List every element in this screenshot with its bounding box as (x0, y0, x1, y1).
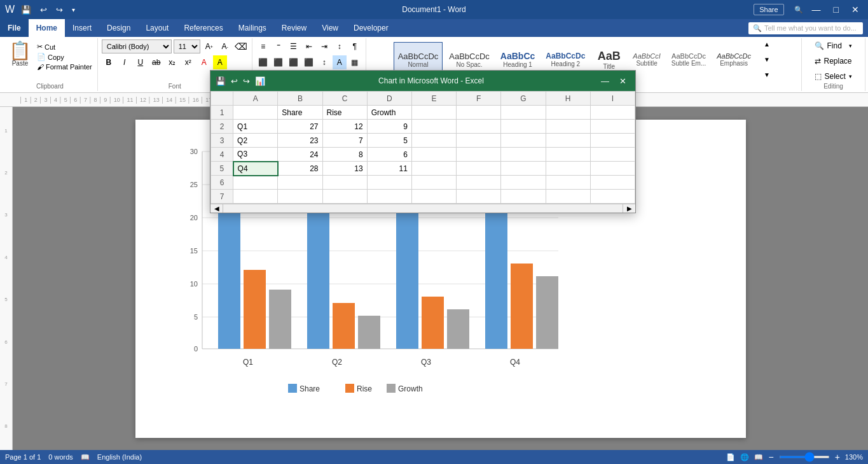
cell-g6[interactable] (501, 176, 546, 190)
tab-developer[interactable]: Developer (346, 19, 396, 37)
cell-d3[interactable]: 5 (367, 134, 411, 148)
cell-b1[interactable]: Share (278, 107, 322, 120)
cell-h3[interactable] (546, 134, 590, 148)
cell-a3[interactable]: Q2 (233, 134, 278, 148)
font-name-select[interactable]: Calibri (Body) (102, 39, 172, 53)
borders-btn[interactable]: ▦ (348, 55, 362, 69)
cell-c4[interactable]: 8 (322, 148, 367, 162)
show-marks-btn[interactable]: ¶ (348, 39, 362, 53)
cell-g7[interactable] (501, 190, 546, 204)
shading-btn[interactable]: A (333, 55, 347, 69)
strikethrough-btn[interactable]: ab (149, 55, 163, 69)
cell-h6[interactable] (546, 176, 590, 190)
document-scroll[interactable]: 30 25 20 15 10 5 0 (13, 107, 868, 450)
paste-button[interactable]: 📋 Paste (6, 41, 34, 68)
cell-e4[interactable] (411, 148, 456, 162)
replace-button[interactable]: ⇄ Replace (811, 55, 855, 67)
cell-i6[interactable] (590, 176, 635, 190)
cell-d2[interactable]: 9 (367, 120, 411, 134)
cell-b7[interactable] (278, 190, 322, 204)
cell-c2[interactable]: 12 (322, 120, 367, 134)
cell-b4[interactable]: 24 (278, 148, 322, 162)
font-shrink-btn[interactable]: A- (218, 39, 232, 53)
cell-e1[interactable] (411, 107, 456, 120)
cell-e2[interactable] (411, 120, 456, 134)
cell-c6[interactable] (322, 176, 367, 190)
copy-button[interactable]: 📄 Copy (36, 52, 93, 62)
cell-h1[interactable] (546, 107, 590, 120)
cell-d5[interactable]: 11 (367, 162, 411, 176)
cell-h4[interactable] (546, 148, 590, 162)
cell-c3[interactable]: 7 (322, 134, 367, 148)
excel-hscrollbar[interactable]: ◀ ▶ (210, 204, 635, 213)
tab-design[interactable]: Design (99, 19, 138, 37)
cell-d6[interactable] (367, 176, 411, 190)
cell-c5[interactable]: 13 (322, 162, 367, 176)
tell-me-search[interactable]: 🔍 Tell me what you want to do... (748, 22, 863, 34)
cell-i4[interactable] (590, 148, 635, 162)
style-subtle-emphasis[interactable]: AaBbCcDc Subtle Em... (667, 42, 710, 78)
scroll-left-btn[interactable]: ◀ (210, 204, 223, 213)
cell-g5[interactable] (501, 162, 546, 176)
cell-a2[interactable]: Q1 (233, 120, 278, 134)
maximize-btn[interactable]: □ (830, 3, 843, 16)
cell-g2[interactable] (501, 120, 546, 134)
cell-a5[interactable]: Q4 (233, 162, 278, 176)
tab-view[interactable]: View (314, 19, 346, 37)
tab-file[interactable]: File (0, 19, 29, 37)
align-left-btn[interactable]: ⬛ (256, 55, 270, 69)
subscript-btn[interactable]: x₂ (165, 55, 179, 69)
quick-save-btn[interactable]: 💾 (18, 4, 34, 16)
cell-i1[interactable] (590, 107, 635, 120)
tab-home[interactable]: Home (29, 19, 65, 37)
line-spacing-btn[interactable]: ↕ (317, 55, 331, 69)
cell-f1[interactable] (457, 107, 501, 120)
close-btn[interactable]: ✕ (848, 3, 863, 16)
cell-b5[interactable]: 28 (278, 162, 322, 176)
cell-a7[interactable] (233, 190, 278, 204)
superscript-btn[interactable]: x² (181, 55, 195, 69)
cut-button[interactable]: ✂ Cut (36, 42, 93, 52)
cell-g3[interactable] (501, 134, 546, 148)
cell-f6[interactable] (457, 176, 501, 190)
underline-button[interactable]: U (134, 55, 148, 69)
font-grow-btn[interactable]: A+ (202, 39, 216, 53)
bullets-btn[interactable]: ≡ (256, 39, 270, 53)
cell-e3[interactable] (411, 134, 456, 148)
cell-e7[interactable] (411, 190, 456, 204)
cell-h5[interactable] (546, 162, 590, 176)
minimize-btn[interactable]: — (808, 3, 825, 16)
scroll-right-btn[interactable]: ▶ (623, 204, 635, 213)
cell-i2[interactable] (590, 120, 635, 134)
align-center-btn[interactable]: ⬛ (272, 55, 286, 69)
find-button[interactable]: 🔍 Find ▾ (811, 39, 855, 52)
cell-i7[interactable] (590, 190, 635, 204)
cell-d1[interactable]: Growth (367, 107, 411, 120)
cell-b2[interactable]: 27 (278, 120, 322, 134)
cell-h7[interactable] (546, 190, 590, 204)
styles-scroll-down[interactable]: ▼ (760, 53, 774, 67)
bold-button[interactable]: B (102, 55, 116, 69)
cell-e6[interactable] (411, 176, 456, 190)
tab-layout[interactable]: Layout (138, 19, 176, 37)
cell-a4[interactable]: Q3 (233, 148, 278, 162)
select-button[interactable]: ⬚ Select ▾ (811, 70, 855, 83)
tab-references[interactable]: References (176, 19, 230, 37)
tab-mailings[interactable]: Mailings (231, 19, 274, 37)
format-painter-button[interactable]: 🖌 Format Painter (36, 62, 93, 71)
cell-b6[interactable] (278, 176, 322, 190)
cell-f5[interactable] (457, 162, 501, 176)
customize-btn[interactable]: ▾ (69, 5, 78, 15)
clear-format-btn[interactable]: ⌫ (234, 39, 248, 53)
cell-e5[interactable] (411, 162, 456, 176)
cell-c1[interactable]: Rise (322, 107, 367, 120)
cell-f2[interactable] (457, 120, 501, 134)
excel-spreadsheet[interactable]: A B C D E F G H I (210, 107, 635, 204)
cell-d7[interactable] (367, 190, 411, 204)
cell-g1[interactable] (501, 107, 546, 120)
tab-insert[interactable]: Insert (65, 19, 99, 37)
justify-btn[interactable]: ⬛ (302, 55, 316, 69)
font-color-btn[interactable]: A (197, 55, 211, 69)
cell-h2[interactable] (546, 120, 590, 134)
cell-d4[interactable]: 6 (367, 148, 411, 162)
